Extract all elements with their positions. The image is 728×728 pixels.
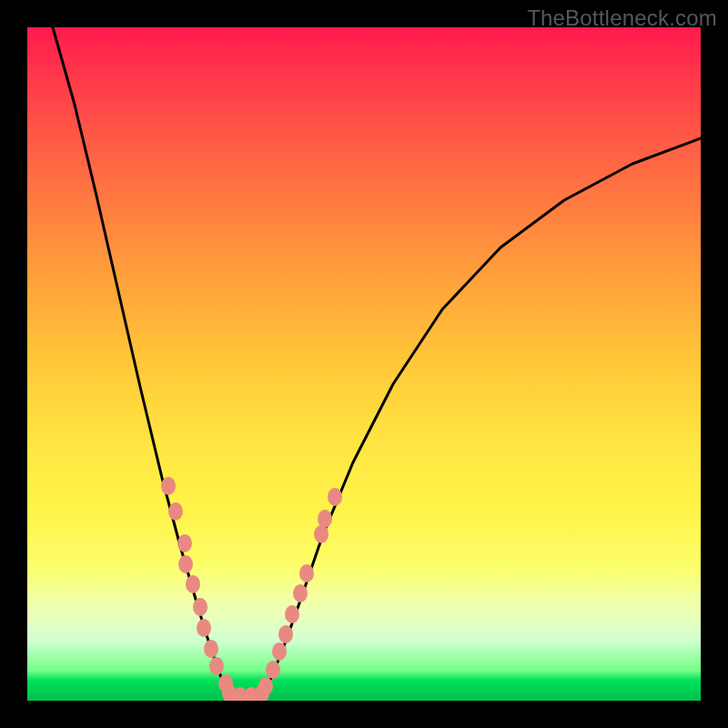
curve-marker <box>266 661 280 679</box>
curve-marker <box>161 477 176 495</box>
curve-marker <box>272 642 287 661</box>
curve-marker <box>204 640 218 658</box>
curve-left-branch <box>53 27 229 693</box>
curve-marker <box>318 510 332 528</box>
curve-marker <box>299 564 314 582</box>
marker-group <box>161 477 342 701</box>
curve-marker <box>178 555 193 573</box>
curve-marker <box>314 525 329 543</box>
curve-marker <box>209 657 224 675</box>
curve-right-branch <box>262 138 701 693</box>
curve-marker <box>197 619 211 637</box>
curve-marker <box>177 534 192 552</box>
watermark-text: TheBottleneck.com <box>527 5 717 31</box>
chart-svg <box>27 27 701 701</box>
curve-marker <box>293 584 308 602</box>
curve-marker <box>328 488 342 506</box>
curve-marker <box>258 677 273 695</box>
curve-marker <box>168 502 183 521</box>
curve-marker <box>278 625 293 643</box>
curve-group <box>53 27 701 696</box>
curve-marker <box>186 575 200 593</box>
chart-plot-area <box>27 27 701 701</box>
curve-marker <box>193 598 207 616</box>
curve-marker <box>285 605 299 623</box>
chart-frame: TheBottleneck.com <box>0 0 728 728</box>
